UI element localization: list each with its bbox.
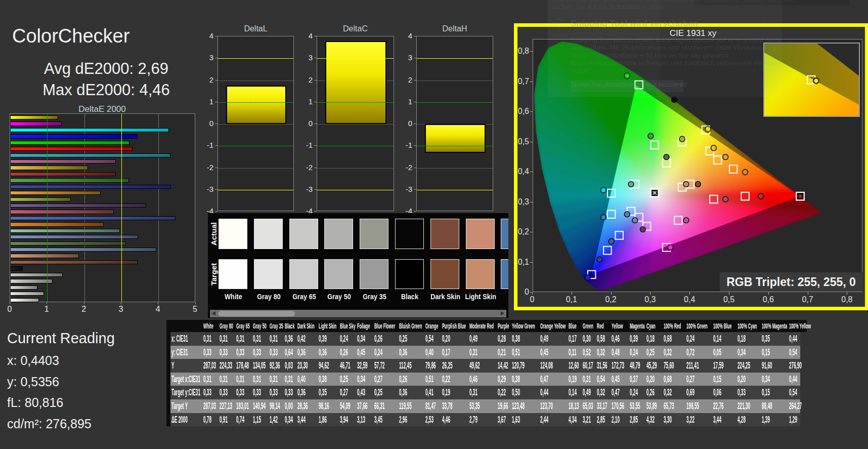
svg-text:Target: Target: [209, 263, 218, 286]
svg-text:RGB Triplet: 255, 255, 0: RGB Triplet: 255, 255, 0: [726, 275, 856, 289]
svg-text:Actual: Actual: [209, 222, 218, 246]
